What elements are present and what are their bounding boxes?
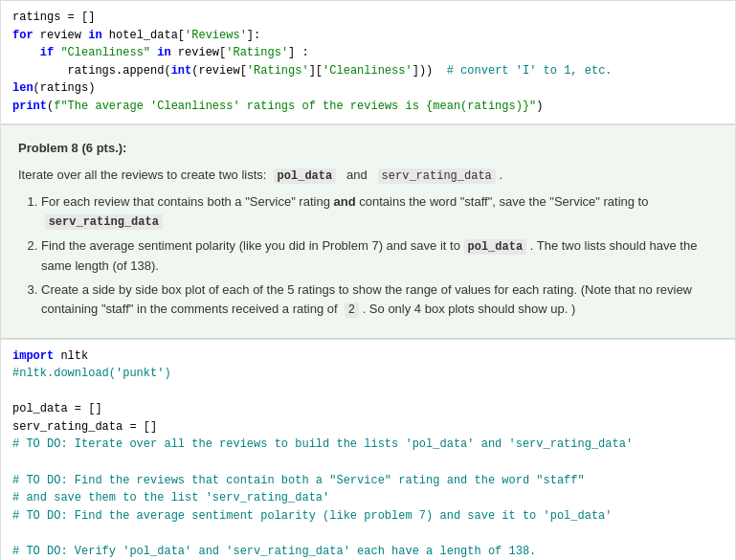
inline-code-pol-data: pol_data	[274, 168, 337, 184]
code-pol-data: pol_data	[464, 239, 527, 255]
code-block-2: import nltk #nltk.download('punkt') pol_…	[1, 340, 735, 561]
list-item-1: For each review that contains both a "Se…	[41, 192, 718, 233]
code-line	[12, 525, 724, 543]
code-line: print(f"The average 'Cleanliness' rating…	[12, 98, 724, 116]
code-line: serv_rating_data = []	[12, 418, 724, 437]
list-item-3: Create a side by side box plot of each o…	[41, 280, 718, 321]
code-line: #nltk.download('punkt')	[12, 365, 724, 383]
code-line	[12, 454, 724, 472]
code-line: # TO DO: Find the average sentiment pola…	[12, 507, 724, 526]
code-line	[12, 383, 724, 401]
problem-intro: Iterate over all the reviews to create t…	[18, 166, 718, 186]
markdown-cell-1: Problem 8 (6 pts.): Iterate over all the…	[0, 124, 736, 339]
code-cell-1: ratings = [] for review in hotel_data['R…	[0, 0, 736, 124]
code-rating-2: 2	[345, 302, 359, 318]
code-line: import nltk	[12, 347, 724, 366]
code-line: ratings = []	[12, 9, 724, 27]
code-line: # TO DO: Iterate over all the reviews to…	[12, 436, 724, 454]
code-line: ratings.append(int(review['Ratings']['Cl…	[12, 62, 724, 80]
code-line: # TO DO: Find the reviews that contain b…	[12, 472, 724, 490]
code-line: if "Cleanliness" in review['Ratings'] :	[12, 44, 724, 62]
code-line: # and save them to the list 'serv_rating…	[12, 489, 724, 507]
list-item-2: Find the average sentiment polarity (lik…	[41, 236, 718, 277]
code-line: pol_data = []	[12, 400, 724, 418]
code-line: # TO DO: Verify 'pol_data' and 'serv_rat…	[12, 543, 724, 560]
code-cell-2: import nltk #nltk.download('punkt') pol_…	[0, 339, 736, 561]
inline-code-serv-rating: serv_rating_data	[378, 168, 496, 184]
code-line: for review in hotel_data['Reviews']:	[12, 27, 724, 45]
problem-title: Problem 8 (6 pts.):	[18, 139, 718, 159]
problem-list: For each review that contains both a "Se…	[41, 192, 718, 321]
code-serv-rating-data: serv_rating_data	[45, 214, 163, 230]
code-block-1: ratings = [] for review in hotel_data['R…	[1, 1, 735, 123]
code-line: len(ratings)	[12, 79, 724, 98]
